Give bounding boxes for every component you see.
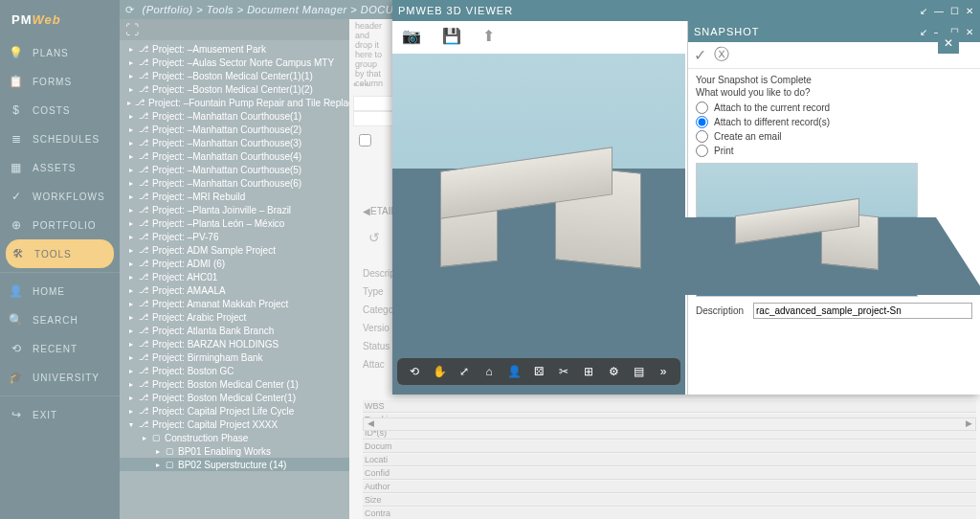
caret-icon[interactable]: ▸: [127, 85, 135, 94]
caret-icon[interactable]: ▸: [127, 112, 135, 121]
caret-icon[interactable]: ▸: [127, 233, 135, 241]
confirm-icon[interactable]: ✓: [694, 46, 706, 64]
tree-row[interactable]: ▸⎇Project: Amanat Makkah Project: [120, 297, 349, 310]
caret-icon[interactable]: ▸: [127, 72, 135, 80]
tree-row[interactable]: ▸⎇Project: –Aulas Sector Norte Campus MT…: [120, 56, 349, 69]
tree-row[interactable]: ▸⎇Project: Capital Project Life Cycle: [120, 404, 349, 417]
viewer-pin-icon[interactable]: ↙: [920, 6, 928, 16]
scroll-left-icon[interactable]: ◀: [364, 418, 377, 430]
snapshot-option[interactable]: Create an email: [696, 130, 972, 143]
snapshot-radio[interactable]: [696, 102, 708, 114]
tree-row[interactable]: ▸⎇Project: –Manhattan Courthouse(4): [120, 149, 349, 163]
tree-row[interactable]: ▸⎇Project: Boston GC: [120, 364, 349, 377]
caret-icon[interactable]: ▸: [127, 260, 135, 268]
caret-icon[interactable]: ▸: [127, 45, 135, 54]
caret-icon[interactable]: ▸: [127, 166, 135, 174]
tree-row[interactable]: ▸⎇Project: –MRI Rebuild: [120, 190, 349, 203]
tree-row[interactable]: ▸⎇Project: –Amusement Park: [120, 42, 349, 56]
caret-icon[interactable]: ▸: [127, 139, 135, 147]
caret-icon[interactable]: ▸: [127, 99, 131, 107]
caret-icon[interactable]: ▸: [141, 434, 148, 442]
caret-icon[interactable]: ▸: [127, 367, 135, 375]
tree-row[interactable]: ▸⎇Project: –Planta Joinville – Brazil: [120, 203, 349, 216]
caret-icon[interactable]: ▸: [127, 327, 135, 335]
viewer-control[interactable]: ⟲: [405, 362, 424, 381]
caret-icon[interactable]: ▸: [127, 340, 135, 349]
tree-settings-icon[interactable]: ⛶: [125, 22, 139, 37]
viewer-control[interactable]: ⌂: [479, 362, 499, 381]
save-icon[interactable]: 💾: [442, 27, 461, 45]
viewer-control[interactable]: 👤: [504, 362, 523, 381]
tree-row[interactable]: ▸⎇Project: Birmingham Bank: [120, 350, 349, 364]
caret-icon[interactable]: ▸: [127, 353, 135, 362]
tree-row[interactable]: ▸⎇Project: –PV-76: [120, 230, 349, 243]
viewer-control[interactable]: ⚄: [529, 362, 548, 381]
caret-icon[interactable]: ▸: [127, 192, 135, 201]
caret-icon[interactable]: ▸: [127, 152, 135, 161]
nav-item-workflows[interactable]: ✓WORKFLOWS: [0, 182, 120, 211]
modal-close-x[interactable]: ✕: [938, 33, 959, 54]
scroll-right-icon[interactable]: ▶: [962, 418, 975, 430]
caret-icon[interactable]: ▸: [127, 206, 135, 214]
nav-item-home[interactable]: 👤HOME: [0, 277, 120, 305]
snapshot-option[interactable]: Attach to different record(s): [696, 116, 972, 128]
tree-child-row[interactable]: ▸▢Construction Phase: [120, 431, 349, 444]
tree-row[interactable]: ▸⎇Project: –Planta León – México: [120, 216, 349, 230]
caret-icon[interactable]: ▸: [127, 246, 135, 255]
caret-icon[interactable]: ▸: [154, 447, 162, 456]
caret-icon[interactable]: ▸: [127, 407, 135, 416]
snapshot-close-icon[interactable]: ✕: [966, 27, 974, 37]
tree-row[interactable]: ▸⎇Project: Boston Medical Center (1): [120, 377, 349, 391]
nav-item-tools[interactable]: 🛠TOOLS: [6, 239, 114, 268]
caret-icon[interactable]: ▸: [127, 273, 135, 282]
tree-row[interactable]: ▸⎇Project: –Fountain Pump Repair and Til…: [120, 96, 349, 109]
viewer-minimize-icon[interactable]: —: [934, 6, 945, 16]
tree-child-row[interactable]: ▸▢BP01 Enabling Works: [120, 444, 349, 458]
nav-item-university[interactable]: 🎓UNIVERSITY: [0, 363, 120, 392]
tree-row[interactable]: ▸⎇Project: ADM Sample Project: [120, 243, 349, 257]
tree-row[interactable]: ▸⎇Project: AHC01: [120, 270, 349, 283]
viewer-canvas[interactable]: ⟲✋⤢⌂👤⚄✂⊞⚙▤»: [392, 54, 685, 395]
caret-icon[interactable]: ▾: [127, 420, 135, 429]
nav-item-forms[interactable]: 📋FORMS: [0, 67, 120, 96]
tree-row[interactable]: ▸⎇Project: –Manhattan Courthouse(3): [120, 136, 349, 149]
nav-item-assets[interactable]: ▦ASSETS: [0, 153, 120, 182]
caret-icon[interactable]: ▸: [127, 219, 135, 228]
caret-icon[interactable]: ▸: [127, 179, 135, 188]
history-icon[interactable]: ↺: [368, 230, 380, 245]
nav-item-schedules[interactable]: ≣SCHEDULES: [0, 124, 120, 153]
snapshot-option[interactable]: Print: [696, 145, 972, 157]
tree-row[interactable]: ▸⎇Project: –Manhattan Courthouse(1): [120, 109, 349, 123]
upload-icon[interactable]: ⬆: [482, 27, 495, 45]
snapshot-radio[interactable]: [696, 145, 708, 157]
tree-row[interactable]: ▸⎇Project: Boston Medical Center(1): [120, 391, 349, 404]
tree-row[interactable]: ▸⎇Project: –Manhattan Courthouse(2): [120, 123, 349, 136]
snapshot-option[interactable]: Attach to the current record: [696, 102, 972, 114]
caret-icon[interactable]: ▸: [127, 300, 135, 308]
tree-row[interactable]: ▸⎇Project: Arabic Project: [120, 310, 349, 324]
tree-row[interactable]: ▸⎇Project: –Manhattan Courthouse(5): [120, 163, 349, 176]
viewer-control[interactable]: ⚙: [604, 362, 623, 381]
tree-row[interactable]: ▸⎇Project: BARZAN HOLDINGS: [120, 337, 349, 350]
caret-icon[interactable]: ▸: [127, 313, 135, 322]
nav-item-recent[interactable]: ⟲RECENT: [0, 334, 120, 363]
nav-item-exit[interactable]: ↪EXIT: [0, 400, 120, 429]
snapshot-radio[interactable]: [696, 116, 708, 128]
viewer-control[interactable]: ▤: [629, 362, 648, 381]
tree-child-row[interactable]: ▸▢BP02 Superstructure (14): [120, 458, 349, 471]
tree-row[interactable]: ▸⎇Project: Atlanta Bank Branch: [120, 324, 349, 337]
viewer-control[interactable]: ✂: [554, 362, 573, 381]
h-scrollbar[interactable]: ◀ ▶: [363, 417, 976, 431]
viewer-control[interactable]: ⤢: [455, 362, 474, 381]
tree-row[interactable]: ▸⎇Project: –Boston Medical Center(1)(1): [120, 69, 349, 82]
nav-item-costs[interactable]: $COSTS: [0, 96, 120, 124]
tree-row[interactable]: ▸⎇Project: –Manhattan Courthouse(6): [120, 176, 349, 190]
viewer-maximize-icon[interactable]: ☐: [950, 6, 960, 16]
row-checkbox[interactable]: [359, 134, 371, 148]
viewer-control[interactable]: ⊞: [579, 362, 598, 381]
caret-icon[interactable]: ▸: [127, 380, 135, 389]
viewer-control[interactable]: »: [654, 362, 673, 381]
caret-icon[interactable]: ▸: [127, 394, 135, 402]
tree-row[interactable]: ▸⎇Project: ADMI (6): [120, 257, 349, 270]
snapshot-pin-icon[interactable]: ↙: [920, 27, 928, 37]
